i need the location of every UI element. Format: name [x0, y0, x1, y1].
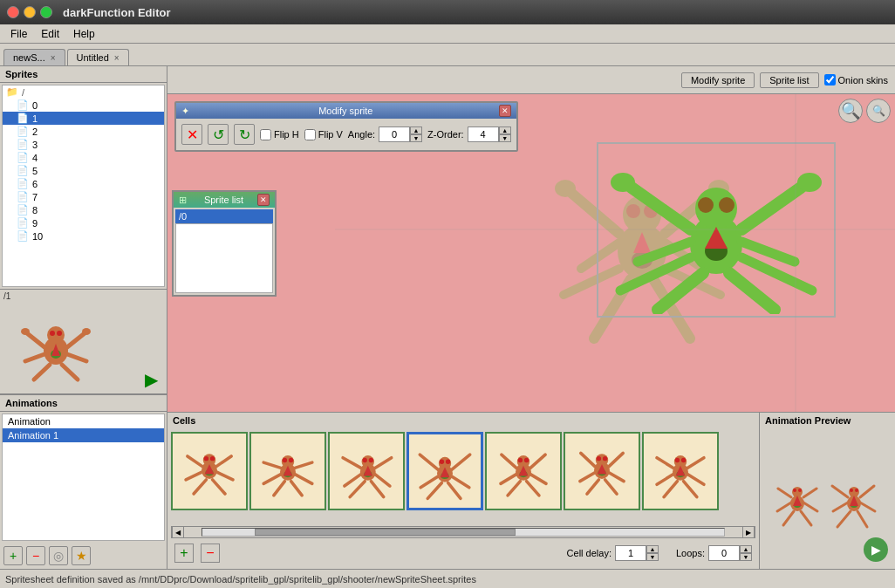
file-icon-6: 📄 [17, 178, 29, 189]
redo-sprite-button[interactable]: ↻ [234, 124, 255, 145]
remove-cell-button[interactable]: − [201, 544, 220, 563]
sprite-tree[interactable]: 📁 / 📄 0 📄 1 📄 2 📄 3 [2, 85, 165, 287]
menu-help[interactable]: Help [66, 26, 102, 42]
favorite-animation-button[interactable]: ★ [72, 546, 91, 565]
preview-play-button[interactable]: ▶ [142, 369, 160, 386]
cell-3-svg [414, 441, 475, 502]
cell-6[interactable] [642, 432, 719, 510]
z-order-up-button[interactable]: ▲ [499, 126, 511, 134]
loops-down-button[interactable]: ▼ [740, 553, 752, 561]
angle-down-button[interactable]: ▼ [410, 134, 422, 142]
svg-line-54 [186, 472, 202, 480]
tree-item-6[interactable]: 📄 6 [3, 177, 164, 190]
svg-point-135 [798, 489, 802, 492]
cell-4[interactable] [485, 432, 562, 510]
tree-item-10[interactable]: 📄 10 [3, 229, 164, 243]
tree-item-2[interactable]: 📄 2 [3, 125, 164, 138]
add-cell-button[interactable]: + [174, 544, 194, 563]
close-button[interactable] [7, 6, 19, 18]
cell-delay-input[interactable] [615, 545, 646, 561]
angle-up-button[interactable]: ▲ [410, 126, 422, 134]
tree-root[interactable]: 📁 / [3, 85, 164, 99]
loops-spinner[interactable]: ▲ ▼ [708, 545, 752, 561]
bottom-area: Cells [167, 412, 895, 569]
cell-3[interactable] [407, 432, 483, 510]
cell-5[interactable] [564, 432, 640, 510]
modify-sprite-close-button[interactable]: ✕ [499, 105, 511, 117]
zoom-in-button[interactable]: 🔍 [838, 99, 863, 123]
animation-item-0[interactable]: Animation [3, 414, 164, 428]
file-icon: 📄 [17, 99, 29, 111]
sprite-list-close-button[interactable]: ✕ [257, 194, 270, 206]
svg-point-32 [698, 197, 714, 213]
flip-h-checkbox[interactable] [260, 129, 271, 140]
z-order-down-button[interactable]: ▼ [499, 134, 511, 142]
flip-v-checkbox[interactable] [304, 129, 316, 140]
tree-item-1[interactable]: 📄 1 [3, 112, 164, 125]
cell-0[interactable] [171, 432, 248, 510]
tab-bar: newS... × Untitled × [0, 44, 895, 66]
file-icon-8: 📄 [17, 204, 29, 215]
maximize-button[interactable] [40, 6, 52, 18]
loops-up-button[interactable]: ▲ [740, 545, 752, 553]
add-animation-button[interactable]: + [3, 546, 23, 565]
cell-delay-spinner[interactable]: ▲ ▼ [615, 545, 659, 561]
scrollbar-track[interactable] [202, 528, 725, 537]
menu-bar: File Edit Help [0, 24, 895, 44]
angle-input[interactable] [379, 126, 410, 142]
svg-point-86 [440, 460, 444, 464]
animation-play-button[interactable]: ▶ [864, 537, 888, 562]
svg-line-128 [664, 482, 677, 497]
cells-scrollbar[interactable]: ◀ ▶ [171, 526, 755, 538]
svg-line-78 [345, 475, 361, 486]
delete-sprite-button[interactable]: ✕ [181, 124, 202, 145]
scrollbar-right-arrow[interactable]: ▶ [742, 526, 755, 538]
duplicate-animation-button[interactable]: ◎ [49, 546, 68, 565]
angle-spinner[interactable]: ▲ ▼ [379, 126, 422, 142]
cell-2[interactable] [328, 432, 405, 510]
animation-item-1[interactable]: Animation 1 [3, 428, 164, 442]
animation-list[interactable]: Animation Animation 1 [2, 414, 165, 541]
svg-line-117 [605, 480, 617, 494]
remove-animation-button[interactable]: − [26, 546, 45, 565]
tree-item-5[interactable]: 📄 5 [3, 164, 164, 177]
canvas-area[interactable]: 🔍 🔍 ✦ Modify sprite ✕ ✕ ↺ ↻ Flip H [167, 94, 895, 412]
cells-strip[interactable] [167, 428, 759, 524]
scrollbar-left-arrow[interactable]: ◀ [172, 526, 184, 538]
menu-edit[interactable]: Edit [34, 26, 66, 42]
tab-untitled[interactable]: Untitled × [67, 49, 129, 65]
minimize-button[interactable] [24, 6, 36, 18]
undo-sprite-button[interactable]: ↺ [208, 124, 229, 145]
cell-delay-up-button[interactable]: ▲ [646, 545, 659, 553]
svg-line-9 [67, 354, 86, 361]
svg-line-52 [188, 456, 202, 467]
file-icon-1: 📄 [17, 113, 29, 124]
onion-skins-checkbox[interactable] [824, 74, 836, 85]
loops-input[interactable] [708, 545, 740, 561]
z-order-input[interactable] [468, 126, 499, 142]
tab-news-close[interactable]: × [51, 53, 56, 63]
z-order-spinner[interactable]: ▲ ▼ [468, 126, 511, 142]
svg-line-125 [687, 458, 704, 468]
tree-item-7[interactable]: 📄 7 [3, 190, 164, 203]
sprite-preview: /1 [0, 289, 167, 393]
menu-file[interactable]: File [3, 26, 34, 42]
zoom-out-button[interactable]: 🔍 [866, 99, 891, 123]
tree-item-0[interactable]: 📄 0 [3, 99, 164, 112]
flip-h-label: Flip H [274, 129, 299, 140]
scrollbar-thumb[interactable] [255, 529, 516, 536]
modify-sprite-button[interactable]: Modify sprite [681, 72, 755, 88]
tree-item-8[interactable]: 📄 8 [3, 203, 164, 216]
sprite-list-button[interactable]: Sprite list [760, 72, 818, 88]
tree-item-3[interactable]: 📄 3 [3, 138, 164, 151]
svg-line-137 [803, 489, 816, 497]
tree-item-9[interactable]: 📄 9 [3, 216, 164, 229]
cell-1[interactable] [249, 432, 326, 510]
sprite-list-item[interactable]: /0 [175, 209, 273, 223]
tree-item-4[interactable]: 📄 4 [3, 151, 164, 164]
svg-point-37 [797, 173, 822, 192]
modify-sprite-content: ✕ ↺ ↻ Flip H Flip V Angle: [176, 119, 516, 150]
tab-news[interactable]: newS... × [3, 49, 65, 65]
tab-untitled-close[interactable]: × [114, 53, 120, 63]
cell-delay-down-button[interactable]: ▼ [646, 553, 659, 561]
